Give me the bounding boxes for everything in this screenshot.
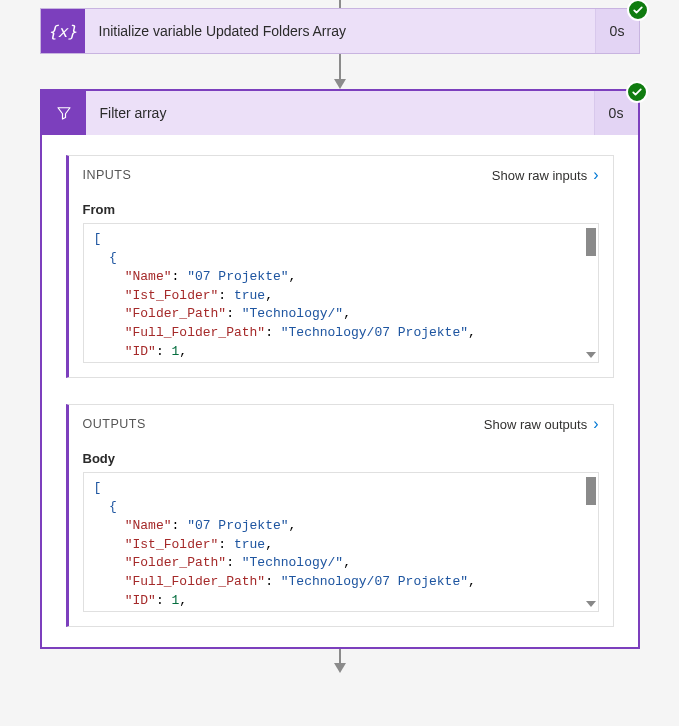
scrollbar[interactable] <box>586 228 596 358</box>
filter-icon <box>42 91 86 135</box>
success-badge-icon <box>627 0 649 21</box>
connector-stub <box>339 0 341 8</box>
inputs-label: INPUTS <box>83 168 132 182</box>
success-badge-icon <box>626 81 648 103</box>
outputs-section: OUTPUTS Show raw outputs › Body [ { "Nam… <box>66 404 614 627</box>
from-label: From <box>83 202 599 217</box>
step-title: Initialize variable Updated Folders Arra… <box>85 23 595 39</box>
step-initialize-variable[interactable]: {x} Initialize variable Updated Folders … <box>40 8 640 54</box>
show-raw-inputs-link[interactable]: Show raw inputs › <box>492 166 599 184</box>
from-json-value[interactable]: [ { "Name": "07 Projekte", "Ist_Folder":… <box>83 223 599 363</box>
outputs-label: OUTPUTS <box>83 417 146 431</box>
flow-arrow <box>334 649 346 673</box>
body-label: Body <box>83 451 599 466</box>
body-json-value[interactable]: [ { "Name": "07 Projekte", "Ist_Folder":… <box>83 472 599 612</box>
chevron-right-icon: › <box>593 166 598 184</box>
show-raw-outputs-link[interactable]: Show raw outputs › <box>484 415 599 433</box>
step-filter-array[interactable]: Filter array 0s INPUTS Show raw inputs ›… <box>40 89 640 649</box>
step-body: INPUTS Show raw inputs › From [ { "Name"… <box>42 135 638 647</box>
flow-arrow <box>334 54 346 89</box>
scrollbar[interactable] <box>586 477 596 607</box>
chevron-right-icon: › <box>593 415 598 433</box>
variable-icon: {x} <box>41 9 85 53</box>
step-title: Filter array <box>86 105 594 121</box>
inputs-section: INPUTS Show raw inputs › From [ { "Name"… <box>66 155 614 378</box>
